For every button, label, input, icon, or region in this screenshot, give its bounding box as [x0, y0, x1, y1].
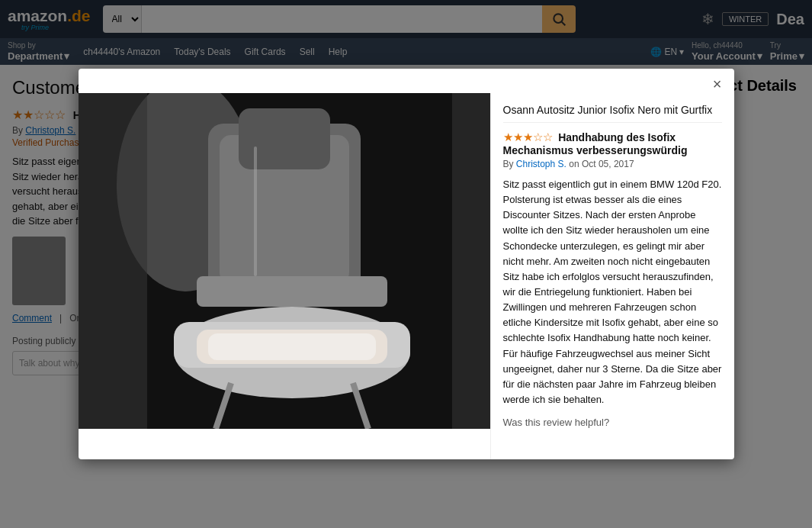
- modal-review-header: ★★★☆☆ Handhabung des Isofix Mechanismus …: [503, 130, 722, 156]
- modal-review-text: Sitz passt eigentlich gut in einem BMW 1…: [503, 177, 722, 407]
- modal-product-image: [79, 93, 490, 429]
- modal-header: ×: [79, 69, 734, 93]
- modal-review-side: Osann Autositz Junior Isofix Nero mit Gu…: [490, 93, 734, 459]
- svg-rect-16: [452, 93, 490, 429]
- modal-author-link[interactable]: Christoph S.: [516, 159, 566, 169]
- svg-rect-6: [239, 108, 330, 169]
- svg-rect-15: [79, 93, 147, 429]
- modal-close-button[interactable]: ×: [708, 75, 727, 93]
- modal-review-stars: ★★★☆☆: [503, 130, 553, 143]
- modal-review-meta: By Christoph S. on Oct 05, 2017: [503, 159, 722, 169]
- modal-helpful-label: Was this review helpful?: [503, 417, 722, 428]
- svg-rect-14: [254, 146, 257, 276]
- car-seat-svg: [79, 93, 490, 429]
- modal-product-title: Osann Autositz Junior Isofix Nero mit Gu…: [503, 104, 722, 123]
- modal-body: Osann Autositz Junior Isofix Nero mit Gu…: [79, 93, 734, 459]
- modal-overlay[interactable]: ×: [0, 0, 812, 528]
- svg-rect-7: [197, 276, 387, 307]
- svg-rect-11: [208, 333, 376, 360]
- modal-dialog: ×: [79, 69, 734, 459]
